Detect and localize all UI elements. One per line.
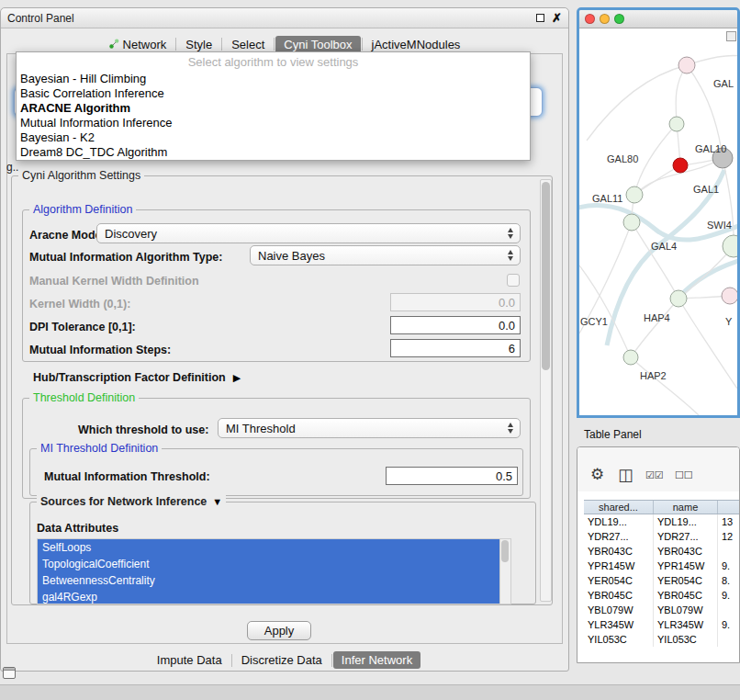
table-cell[interactable]: YDR27... [654, 529, 718, 544]
table-row[interactable]: YBR045CYBR045C9. [584, 588, 740, 603]
table-row[interactable]: YDR27...YDR27...12 [584, 529, 740, 544]
table-row[interactable]: YBL079WYBL079W [584, 603, 740, 617]
table-cell[interactable]: YBL079W [654, 603, 718, 617]
mi-algorithm-type-combobox[interactable]: Naive Bayes [250, 245, 521, 265]
scroll-corner-widget[interactable] [726, 31, 736, 41]
select-all-icon[interactable]: ☑☑ [645, 469, 664, 481]
settings-scrollbar-thumb[interactable] [542, 182, 550, 370]
table-cell[interactable]: YPR145W [584, 559, 654, 573]
data-attribute-topologicalcoefficient[interactable]: TopologicalCoefficient [38, 556, 499, 572]
column-header-name[interactable]: name [654, 501, 718, 514]
tab-style[interactable]: Style [177, 36, 220, 53]
table-cell[interactable]: YBL079W [584, 603, 654, 617]
network-node[interactable] [678, 57, 695, 73]
column-header-cut[interactable] [718, 501, 740, 514]
algorithm-option-mutual-information-inference[interactable]: Mutual Information Inference [17, 116, 530, 130]
table-row[interactable]: YBR043CYBR043C [584, 544, 740, 559]
table-cell[interactable]: YIL053C [584, 632, 654, 647]
mi-steps-input[interactable]: 6 [390, 339, 521, 357]
minimized-panel-icon[interactable] [3, 667, 16, 679]
table-row[interactable]: YLR345WYLR345W9. [584, 617, 740, 632]
column-selector-icon[interactable]: ◫ [618, 465, 633, 485]
list-scrollbar-thumb[interactable] [501, 540, 509, 562]
algorithm-option-bayesian-hill-climbing[interactable]: Bayesian - Hill Climbing [17, 72, 530, 86]
deselect-all-icon[interactable]: ☐☐ [675, 469, 693, 481]
settings-scrollbar[interactable] [540, 179, 552, 602]
network-node[interactable] [673, 158, 688, 173]
float-window-icon[interactable] [536, 14, 544, 22]
data-attribute-betweennesscentrality[interactable]: BetweennessCentrality [38, 572, 499, 589]
stepper-icon [508, 228, 513, 239]
bottom-tab-impute-data[interactable]: Impute Data [149, 651, 230, 669]
tab-jactivemnodules[interactable]: jActiveMNodules [364, 36, 469, 53]
close-icon[interactable]: ✗ [552, 12, 562, 24]
algorithm-option-basic-correlation-inference[interactable]: Basic Correlation Inference [17, 86, 530, 101]
table-cell[interactable]: 12 [718, 529, 740, 544]
network-node[interactable] [669, 117, 684, 131]
network-node[interactable] [626, 186, 643, 203]
algorithm-option-bayesian-k2[interactable]: Bayesian - K2 [17, 130, 530, 145]
control-panel-titlebar[interactable]: Control Panel ✗ [1, 8, 568, 28]
expand-down-icon: ▼ [212, 497, 222, 507]
table-cell[interactable] [718, 603, 740, 617]
network-node[interactable] [722, 288, 737, 304]
table-row[interactable]: YIL053CYIL053C [584, 632, 740, 647]
table-cell[interactable]: YLR345W [654, 617, 718, 632]
kernel-width-input[interactable]: 0.0 [390, 293, 521, 311]
data-attributes-list-container: SelfLoopsTopologicalCoefficientBetweenne… [37, 538, 511, 604]
tab-select[interactable]: Select [223, 36, 273, 53]
table-cell[interactable]: YDL19... [654, 514, 718, 529]
network-node[interactable] [623, 350, 638, 365]
table-cell[interactable]: YBR043C [654, 544, 718, 559]
network-node[interactable] [670, 290, 687, 307]
data-attribute-selfloops[interactable]: SelfLoops [38, 539, 499, 556]
table-cell[interactable]: YBR043C [584, 544, 654, 559]
tab-network[interactable]: Network [101, 36, 175, 53]
table-cell[interactable]: YDR27... [584, 529, 654, 544]
tab-cyni-toolbox[interactable]: Cyni Toolbox [275, 36, 360, 53]
table-cell[interactable]: YBR045C [584, 588, 654, 603]
table-row[interactable]: YER054CYER054C8. [584, 573, 740, 588]
aracne-mode-combobox[interactable]: Discovery [96, 223, 521, 243]
table-cell[interactable]: 8. [718, 573, 740, 588]
table-cell[interactable] [718, 544, 740, 559]
hub-definition-expander[interactable]: Hub/Transcription Factor Definition ▶ [33, 371, 241, 384]
table-cell[interactable]: YLR345W [584, 617, 654, 632]
table-row[interactable]: YDL19...YDL19...13 [584, 514, 740, 529]
zoom-traffic-light-icon[interactable] [614, 14, 624, 24]
table-cell[interactable]: YPR145W [654, 559, 718, 573]
list-scrollbar[interactable] [499, 539, 510, 604]
table-cell[interactable]: YER054C [584, 573, 654, 588]
bottom-tab-discretize-data[interactable]: Discretize Data [233, 651, 331, 669]
mi-threshold-input[interactable]: 0.5 [386, 467, 518, 485]
manual-kernel-width-label: Manual Kernel Width Definition [29, 275, 199, 288]
table-cell[interactable]: YDL19... [584, 514, 654, 529]
network-window-titlebar[interactable] [579, 10, 737, 28]
close-traffic-light-icon[interactable] [585, 14, 595, 24]
data-attribute-gal4rgexp[interactable]: gal4RGexp [38, 589, 499, 604]
bottom-tab-infer-network[interactable]: Infer Network [333, 651, 420, 669]
table-cell[interactable]: 13 [718, 514, 740, 529]
table-cell[interactable]: 9. [718, 617, 740, 632]
table-cell[interactable]: 9. [718, 588, 740, 603]
table-cell[interactable]: YBR045C [654, 588, 718, 603]
algorithm-option-aracne-algorithm[interactable]: ARACNE Algorithm [17, 101, 530, 116]
table-cell[interactable]: 9. [718, 559, 740, 573]
which-threshold-combobox[interactable]: MI Threshold [218, 418, 521, 438]
network-canvas[interactable]: GALGAL80GAL10GAL11GAL1SWI4GAL4GCY1HAP4YH… [579, 28, 737, 415]
gear-icon[interactable]: ⚙ [590, 465, 604, 484]
minimize-traffic-light-icon[interactable] [600, 14, 610, 24]
table-cell[interactable]: YER054C [654, 573, 718, 588]
dpi-tolerance-input[interactable]: 0.0 [390, 316, 521, 334]
aracne-mode-label: Aracne Mode: [29, 229, 106, 242]
column-header-shared[interactable]: shared... [584, 501, 654, 514]
manual-kernel-width-checkbox[interactable] [507, 274, 520, 287]
sources-legend[interactable]: Sources for Network Inference ▼ [37, 495, 226, 509]
network-node[interactable] [623, 214, 640, 231]
table-cell[interactable] [718, 632, 740, 647]
apply-button[interactable]: Apply [247, 621, 311, 640]
network-node[interactable] [723, 235, 737, 257]
table-cell[interactable]: YIL053C [654, 632, 718, 647]
algorithm-option-dream8-dc-tdc-algorithm[interactable]: Dream8 DC_TDC Algorithm [17, 145, 530, 160]
table-row[interactable]: YPR145WYPR145W9. [584, 559, 740, 573]
